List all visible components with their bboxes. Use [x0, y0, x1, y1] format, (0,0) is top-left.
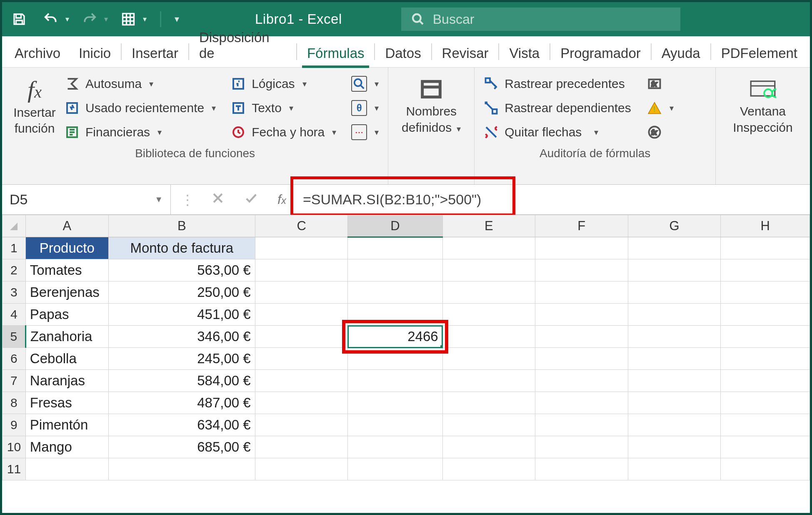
search-box[interactable]: Buscar: [401, 8, 680, 31]
cell-H3[interactable]: [721, 281, 810, 304]
cell-H5[interactable]: [721, 326, 810, 348]
tab-ayuda[interactable]: Ayuda: [652, 40, 710, 67]
row-header-9[interactable]: 9: [2, 414, 26, 436]
cell-F9[interactable]: [535, 414, 628, 436]
row-header-8[interactable]: 8: [2, 392, 26, 414]
cell-F7[interactable]: [535, 370, 628, 392]
cell-A4[interactable]: Papas: [25, 304, 108, 326]
tab-insertar[interactable]: Insertar: [122, 40, 187, 67]
text-button[interactable]: Texto▾: [229, 96, 338, 120]
row-header-7[interactable]: 7: [2, 370, 26, 392]
trace-precedents-button[interactable]: Rastrear precedentes: [482, 72, 633, 96]
cell-B1[interactable]: Monto de factura: [108, 237, 255, 259]
cell-G10[interactable]: [628, 436, 721, 458]
cell-H9[interactable]: [721, 414, 810, 436]
cell-G1[interactable]: [628, 237, 721, 259]
column-header-G[interactable]: G: [628, 215, 721, 237]
cell-C2[interactable]: [255, 259, 348, 281]
column-header-A[interactable]: A: [25, 215, 108, 237]
column-header-C[interactable]: C: [255, 215, 348, 237]
more-functions-button[interactable]: ⋯▾: [350, 120, 380, 144]
autosum-button[interactable]: Autosuma▾: [63, 72, 217, 96]
cell-F10[interactable]: [535, 436, 628, 458]
row-header-11[interactable]: 11: [2, 458, 26, 480]
cell-A5[interactable]: Zanahoria: [25, 326, 108, 348]
lookup-button[interactable]: ▾: [350, 72, 380, 96]
cell-D2[interactable]: [348, 259, 442, 281]
cell-E11[interactable]: [442, 458, 535, 480]
cell-C8[interactable]: [255, 392, 348, 414]
tab-inicio[interactable]: Inicio: [70, 40, 120, 67]
cell-C7[interactable]: [255, 370, 348, 392]
row-header-10[interactable]: 10: [2, 436, 26, 458]
undo-button[interactable]: [40, 8, 62, 30]
accept-formula-icon[interactable]: [244, 191, 258, 209]
cell-H6[interactable]: [721, 348, 810, 370]
cell-F4[interactable]: [535, 304, 628, 326]
tab-datos[interactable]: Datos: [376, 40, 430, 67]
cell-D3[interactable]: [348, 281, 442, 304]
cell-B10[interactable]: 685,00 €: [108, 436, 255, 458]
cell-B6[interactable]: 245,00 €: [108, 348, 255, 370]
save-button[interactable]: [8, 8, 30, 30]
cell-A2[interactable]: Tomates: [25, 259, 108, 281]
cell-A6[interactable]: Cebolla: [25, 348, 108, 370]
cell-B9[interactable]: 634,00 €: [108, 414, 255, 436]
cell-E4[interactable]: [442, 304, 535, 326]
spreadsheet-grid[interactable]: ABCDEFGH1ProductoMonto de factura2Tomate…: [2, 215, 810, 480]
cell-A10[interactable]: Mango: [25, 436, 108, 458]
cell-C6[interactable]: [255, 348, 348, 370]
financial-button[interactable]: Financieras▾: [63, 120, 217, 144]
tab-archivo[interactable]: Archivo: [5, 40, 70, 67]
cell-A11[interactable]: [25, 458, 108, 480]
row-header-5[interactable]: 5: [2, 326, 26, 348]
cell-E10[interactable]: [442, 436, 535, 458]
cell-D5[interactable]: 2466: [348, 326, 442, 348]
cell-G2[interactable]: [628, 259, 721, 281]
cell-G6[interactable]: [628, 348, 721, 370]
tab-fórmulas[interactable]: Fórmulas: [298, 40, 374, 67]
cell-F3[interactable]: [535, 281, 628, 304]
qat-overflow-icon[interactable]: ▾: [175, 14, 179, 25]
name-box[interactable]: D5 ▼: [2, 185, 171, 214]
insert-function-button[interactable]: fx Insertar función: [10, 72, 60, 144]
tab-programador[interactable]: Programador: [551, 40, 650, 67]
logical-button[interactable]: Lógicas▾: [229, 72, 338, 96]
cell-D4[interactable]: [348, 304, 442, 326]
column-header-D[interactable]: D: [348, 215, 442, 237]
row-header-2[interactable]: 2: [2, 259, 26, 281]
cell-B4[interactable]: 451,00 €: [108, 304, 255, 326]
datetime-button[interactable]: Fecha y hora▾: [229, 120, 338, 144]
cell-B3[interactable]: 250,00 €: [108, 281, 255, 304]
formula-input[interactable]: =SUMAR.SI(B2:B10;">500"): [293, 185, 492, 214]
cell-F6[interactable]: [535, 348, 628, 370]
cell-F1[interactable]: [535, 237, 628, 259]
cell-B7[interactable]: 584,00 €: [108, 370, 255, 392]
cell-D11[interactable]: [348, 458, 442, 480]
trace-dependents-button[interactable]: Rastrear dependientes: [482, 96, 633, 120]
cell-D10[interactable]: [348, 436, 442, 458]
cell-C1[interactable]: [255, 237, 348, 259]
column-header-H[interactable]: H: [721, 215, 810, 237]
cell-E9[interactable]: [442, 414, 535, 436]
chevron-down-icon[interactable]: ▼: [155, 195, 163, 204]
remove-arrows-button[interactable]: Quitar flechas▾: [482, 120, 633, 144]
cell-F8[interactable]: [535, 392, 628, 414]
tab-pdfelement[interactable]: PDFelement: [712, 40, 807, 67]
quick-grid-button[interactable]: [117, 8, 140, 30]
row-header-3[interactable]: 3: [2, 281, 26, 304]
math-button[interactable]: θ▾: [350, 96, 380, 120]
cancel-formula-icon[interactable]: [211, 191, 225, 209]
cell-F2[interactable]: [535, 259, 628, 281]
row-header-1[interactable]: 1: [2, 237, 26, 259]
cell-C11[interactable]: [255, 458, 348, 480]
cell-A9[interactable]: Pimentón: [25, 414, 108, 436]
cell-E6[interactable]: [442, 348, 535, 370]
cell-E2[interactable]: [442, 259, 535, 281]
cell-A7[interactable]: Naranjas: [25, 370, 108, 392]
defined-names-button[interactable]: Nombres definidos ▾: [396, 72, 467, 135]
column-header-F[interactable]: F: [535, 215, 628, 237]
cell-D9[interactable]: [348, 414, 442, 436]
cell-B5[interactable]: 346,00 €: [108, 326, 255, 348]
cell-D1[interactable]: [348, 237, 442, 259]
